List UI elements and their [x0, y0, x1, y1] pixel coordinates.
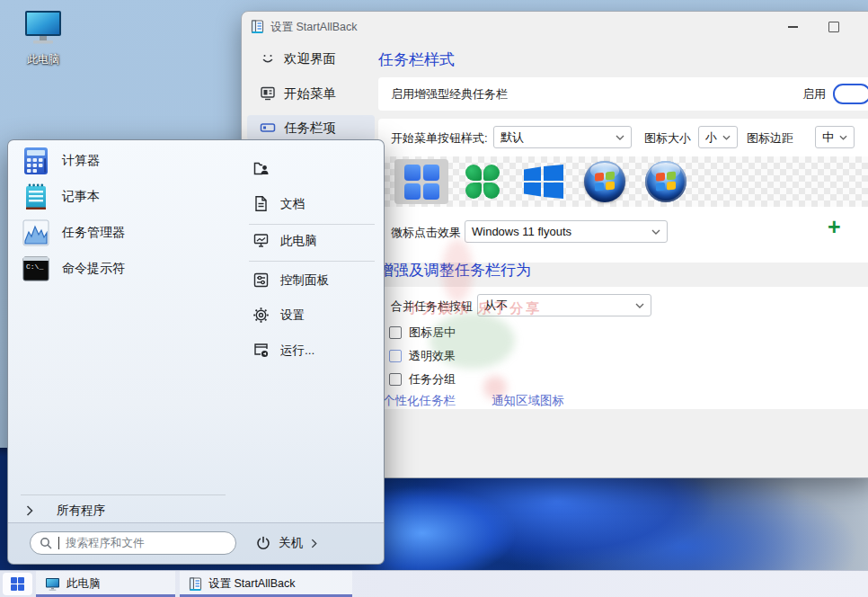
computer-monitor-icon	[22, 9, 64, 47]
menu-item-calculator[interactable]: 计算器	[21, 146, 100, 176]
startallback-book-icon	[251, 20, 264, 34]
icon-size-label: 图标大小	[644, 130, 691, 147]
start-menu-screen-icon	[260, 85, 276, 102]
windows-7-orb	[584, 161, 625, 202]
start-button-style-select[interactable]: 默认	[493, 126, 632, 148]
orb-click-effect-label: 微标点击效果	[391, 225, 461, 241]
combine-buttons-select[interactable]: 从不	[477, 294, 651, 316]
sidebar-item-welcome[interactable]: 欢迎界面	[247, 46, 375, 71]
windows-8-logo	[524, 165, 563, 199]
checkbox-task-grouping[interactable]: 任务分组	[389, 371, 456, 388]
orb-click-effect-select[interactable]: Windows 11 flyouts	[465, 220, 668, 243]
window-title: 设置 StartAllBack	[270, 20, 358, 35]
checkbox-transparency[interactable]: 透明效果	[389, 348, 456, 364]
orb-option-windows-7-alt[interactable]	[639, 159, 693, 204]
link-personalize-taskbar[interactable]: 个性化任务栏	[383, 393, 456, 409]
menu-place-user-folder[interactable]	[252, 160, 281, 178]
chevron-right-icon	[26, 505, 33, 516]
checkbox-icon	[389, 373, 402, 386]
startallback-book-icon	[189, 577, 202, 592]
shutdown-button[interactable]: 关机	[256, 531, 317, 555]
taskbar: 此电脑 设置 StartAllBack	[0, 570, 868, 597]
document-icon	[252, 195, 270, 212]
checkbox-icon	[389, 326, 402, 339]
text-cursor	[58, 537, 59, 549]
menu-item-command-prompt[interactable]: C:\_ 命令提示符	[21, 254, 125, 284]
combo-value: 小	[705, 129, 717, 146]
add-button[interactable]: +	[828, 216, 841, 238]
user-folder-icon	[252, 160, 270, 178]
orb-option-clover[interactable]	[456, 159, 509, 204]
orb-option-windows-11[interactable]	[394, 159, 448, 204]
menu-item-notepad[interactable]: 记事本	[21, 182, 100, 212]
section-heading-taskbar-style: 任务栏样式	[378, 49, 455, 70]
desktop-icon-this-pc[interactable]: 此电脑	[11, 9, 75, 67]
menu-place-control-panel[interactable]: 控制面板	[252, 272, 329, 289]
checkbox-icon	[389, 350, 402, 362]
command-prompt-icon: C:\_	[21, 254, 51, 284]
menu-place-this-pc[interactable]: 此电脑	[252, 232, 317, 249]
enable-classic-taskbar-panel: 启用增强型经典任务栏 启用	[378, 77, 868, 111]
sidebar-item-taskbar[interactable]: 任务栏项	[247, 115, 375, 140]
calculator-icon	[21, 146, 51, 176]
all-programs-label: 所有程序	[57, 503, 105, 519]
icon-margin-select[interactable]: 中	[815, 126, 855, 148]
shutdown-label: 关机	[279, 535, 303, 551]
menu-place-settings[interactable]: 设置	[252, 307, 305, 324]
chevron-right-icon	[311, 539, 317, 548]
menu-separator	[249, 261, 375, 262]
taskbar-rect-icon	[260, 120, 276, 136]
orb-preview-strip	[384, 156, 868, 207]
smiley-icon	[260, 50, 276, 67]
taskbar-button-label: 此电脑	[66, 576, 101, 592]
start-button[interactable]	[3, 573, 32, 595]
notepad-icon	[21, 182, 51, 212]
minimize-button[interactable]	[777, 12, 808, 42]
sidebar-item-label: 开始菜单	[284, 85, 336, 102]
svg-text:C:\_: C:\_	[26, 263, 43, 271]
computer-monitor-icon	[45, 577, 60, 592]
magnifier-icon	[40, 537, 52, 549]
menu-place-documents[interactable]: 文档	[252, 195, 305, 212]
icon-margin-label: 图标边距	[747, 130, 793, 147]
chevron-down-icon	[839, 135, 847, 140]
menu-item-task-manager[interactable]: 任务管理器	[21, 218, 125, 248]
minimize-icon	[788, 26, 798, 28]
orb-option-windows-7[interactable]	[578, 159, 632, 204]
titlebar[interactable]: 设置 StartAllBack	[242, 12, 868, 42]
menu-item-label: 计算器	[62, 153, 100, 169]
menu-separator	[249, 224, 375, 225]
green-clover-logo	[465, 165, 500, 199]
search-input[interactable]: 搜索程序和文件	[30, 531, 236, 555]
menu-item-label: 记事本	[62, 189, 100, 205]
menu-place-label: 运行...	[280, 343, 314, 359]
computer-outline-icon	[252, 232, 270, 249]
orb-option-windows-8[interactable]	[517, 159, 571, 204]
windows-11-start-logo	[11, 577, 25, 592]
menu-item-label: 命令提示符	[62, 261, 125, 277]
maximize-button[interactable]	[819, 12, 849, 42]
menu-place-label: 控制面板	[280, 272, 329, 289]
sidebar-item-start-menu[interactable]: 开始菜单	[247, 81, 375, 106]
windows-11-logo	[404, 165, 439, 200]
section-heading-behavior: 增强及调整任务栏行为	[378, 260, 531, 281]
checkbox-center-icons[interactable]: 图标居中	[389, 325, 456, 341]
menu-place-run[interactable]: 运行...	[252, 342, 314, 359]
taskbar-button-startallback[interactable]: 设置 StartAllBack	[180, 571, 352, 597]
link-notification-area-icons[interactable]: 通知区域图标	[492, 393, 564, 409]
start-button-style-label: 开始菜单按钮样式:	[391, 130, 488, 147]
task-manager-icon	[21, 218, 51, 248]
combine-buttons-label: 合并任务栏按钮	[391, 298, 473, 315]
icon-size-select[interactable]: 小	[698, 126, 738, 148]
search-placeholder: 搜索程序和文件	[66, 536, 145, 551]
enable-toggle[interactable]	[833, 84, 868, 104]
combo-value: Windows 11 flyouts	[472, 225, 571, 238]
taskbar-button-this-pc[interactable]: 此电脑	[36, 571, 175, 597]
enable-toggle-label: 启用	[802, 86, 826, 102]
sidebar-item-label: 欢迎界面	[284, 50, 336, 67]
chevron-down-icon	[722, 135, 731, 140]
windows-7-orb-alt	[645, 161, 686, 202]
menu-item-label: 任务管理器	[62, 225, 125, 241]
checkbox-label: 任务分组	[409, 371, 456, 388]
all-programs-button[interactable]: 所有程序	[26, 501, 105, 521]
